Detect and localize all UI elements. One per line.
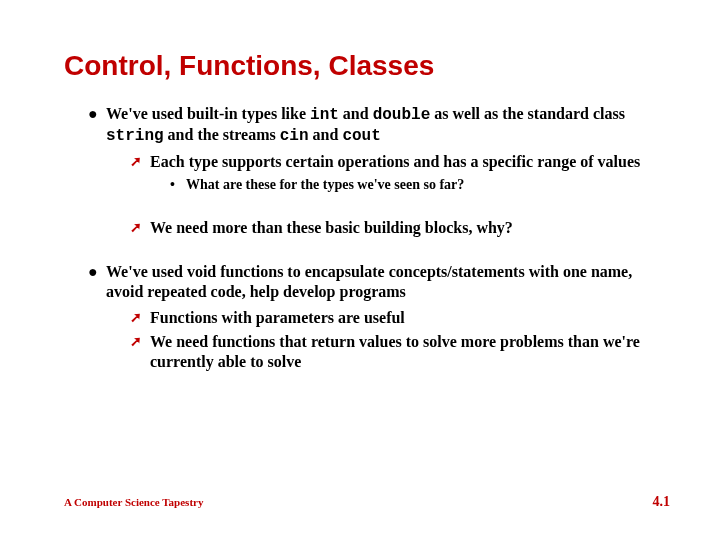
bullet-text: We need functions that return values to … bbox=[150, 332, 670, 372]
subsub-bullet-item: • What are these for the types we've see… bbox=[170, 176, 670, 194]
code-run: double bbox=[373, 106, 431, 124]
spacer bbox=[64, 242, 670, 262]
disc-icon: ● bbox=[88, 262, 106, 282]
arrow-icon: ➚ bbox=[130, 218, 150, 238]
footer-title: A Computer Science Tapestry bbox=[64, 496, 203, 508]
dot-icon: • bbox=[170, 176, 186, 194]
spacer bbox=[64, 198, 670, 218]
code-run: string bbox=[106, 127, 164, 145]
disc-icon: ● bbox=[88, 104, 106, 124]
bullet-text: What are these for the types we've seen … bbox=[186, 176, 670, 194]
bullet-text: We've used void functions to encapsulate… bbox=[106, 262, 670, 302]
text-run: and the streams bbox=[164, 126, 280, 143]
bullet-text: Functions with parameters are useful bbox=[150, 308, 670, 328]
code-run: int bbox=[310, 106, 339, 124]
text-run: as well as the standard class bbox=[430, 105, 625, 122]
bullet-text: We need more than these basic building b… bbox=[150, 218, 670, 238]
slide-title: Control, Functions, Classes bbox=[64, 50, 670, 82]
arrow-icon: ➚ bbox=[130, 332, 150, 352]
sub-bullet-item: ➚ We need more than these basic building… bbox=[130, 218, 670, 238]
sub-bullet-item: ➚ Each type supports certain operations … bbox=[130, 152, 670, 172]
arrow-icon: ➚ bbox=[130, 152, 150, 172]
sub-bullet-item: ➚ Functions with parameters are useful bbox=[130, 308, 670, 328]
sub-bullet-item: ➚ We need functions that return values t… bbox=[130, 332, 670, 372]
text-run: We've used built-in types like bbox=[106, 105, 310, 122]
bullet-item: ● We've used built-in types like int and… bbox=[88, 104, 670, 146]
arrow-icon: ➚ bbox=[130, 308, 150, 328]
text-run: and bbox=[309, 126, 343, 143]
bullet-text: Each type supports certain operations an… bbox=[150, 152, 670, 172]
code-run: cin bbox=[280, 127, 309, 145]
bullet-item: ● We've used void functions to encapsula… bbox=[88, 262, 670, 302]
bullet-text: We've used built-in types like int and d… bbox=[106, 104, 670, 146]
text-run: and bbox=[339, 105, 373, 122]
code-run: cout bbox=[342, 127, 380, 145]
footer: A Computer Science Tapestry 4.1 bbox=[64, 494, 670, 510]
slide: Control, Functions, Classes ● We've used… bbox=[0, 0, 720, 372]
page-number: 4.1 bbox=[653, 494, 671, 510]
